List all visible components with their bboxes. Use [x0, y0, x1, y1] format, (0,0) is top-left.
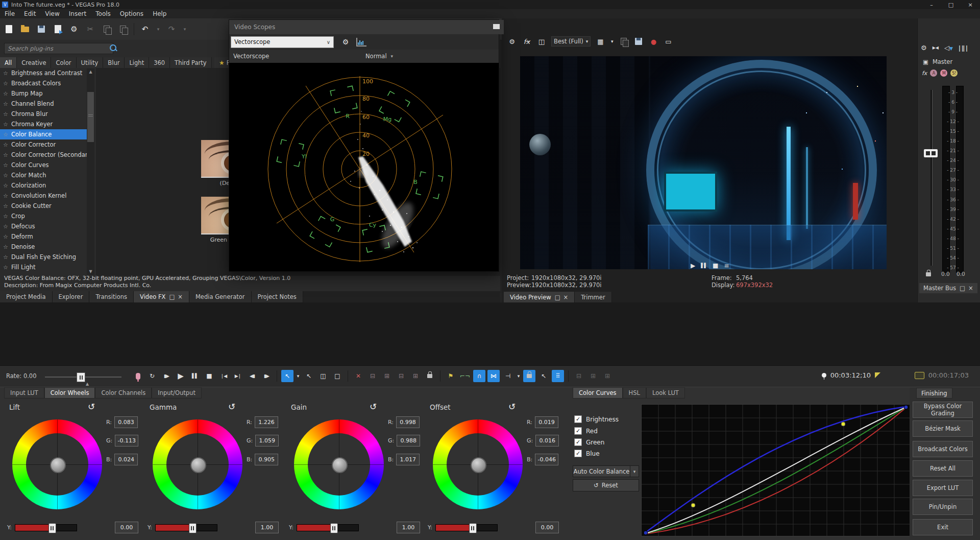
plugin-category-tab[interactable]: Creative: [17, 57, 51, 68]
ignore-grouping-icon[interactable]: ↖: [537, 370, 550, 382]
menu-item[interactable]: Insert: [64, 10, 91, 17]
copy-icon[interactable]: [101, 24, 112, 35]
external-monitor-icon[interactable]: ▭: [663, 36, 673, 46]
plugin-list-item[interactable]: ☆ Color Match: [0, 170, 96, 180]
pause-icon[interactable]: ▌▌: [189, 370, 201, 382]
color-wheel-handle[interactable]: [332, 457, 348, 473]
search-icon[interactable]: [109, 44, 117, 52]
plugin-list-item[interactable]: ☆ Channel Blend: [0, 99, 96, 109]
master-fader-handle[interactable]: [924, 149, 938, 157]
master-bus-tab[interactable]: Master Bus □×: [919, 283, 977, 293]
favorite-star-icon[interactable]: ☆: [3, 233, 8, 240]
play-from-start-icon[interactable]: ▮▶: [160, 370, 173, 382]
plugin-list-item[interactable]: ☆ Color Curves: [0, 160, 96, 170]
b-value-field[interactable]: 0.905: [255, 454, 278, 465]
plugin-list-item[interactable]: ☆ Deform: [0, 231, 96, 242]
selection-duration-value[interactable]: 00:00:17;03: [928, 371, 969, 379]
exit-button[interactable]: Exit: [913, 519, 973, 535]
preview-menu-icon[interactable]: ≡: [724, 262, 729, 269]
render-as-icon[interactable]: [52, 24, 63, 35]
save-project-icon[interactable]: [36, 24, 47, 35]
g-value-field[interactable]: 0.016: [535, 435, 559, 447]
reset-wheel-icon[interactable]: ↺: [508, 402, 516, 412]
b-value-field[interactable]: 1.017: [396, 454, 420, 465]
preview-tab[interactable]: Trimmer □×: [575, 292, 611, 303]
float-window-icon[interactable]: □: [555, 294, 560, 301]
y-value-field[interactable]: 1.00: [397, 522, 420, 533]
go-to-start-icon[interactable]: ❘◀: [217, 370, 230, 382]
split-trim-icon[interactable]: ⊟: [395, 370, 407, 382]
auto-color-balance-button[interactable]: Auto Color Balance ▾: [573, 465, 639, 477]
color-wheel-handle[interactable]: [471, 457, 486, 473]
plugin-category-tab[interactable]: Blur: [103, 57, 125, 68]
dock-tab[interactable]: Project Media □×: [0, 291, 53, 302]
curves-reset-button[interactable]: ↺ Reset: [573, 479, 639, 491]
rate-slider-handle[interactable]: [77, 372, 85, 382]
previous-frame-icon[interactable]: ◀▮: [246, 370, 258, 382]
paste-icon[interactable]: [117, 24, 129, 35]
preview-play-icon[interactable]: ▶: [691, 262, 695, 269]
y-value-field[interactable]: 0.00: [115, 522, 138, 533]
scope-type-select[interactable]: Vectorscope ∨: [231, 36, 334, 48]
reset-wheel-icon[interactable]: ↺: [228, 402, 235, 412]
y-slider[interactable]: [297, 524, 359, 531]
color-wheel-handle[interactable]: [190, 457, 206, 473]
scope-settings-gear-icon[interactable]: ⚙: [340, 36, 351, 48]
preview-settings-gear-icon[interactable]: ⚙: [507, 36, 517, 46]
redo-dropdown-icon[interactable]: ▾: [182, 24, 187, 35]
plugin-category-tab[interactable]: Utility: [77, 57, 104, 68]
menu-item[interactable]: Options: [115, 10, 148, 17]
close-window-icon[interactable]: ×: [564, 294, 569, 301]
envelope-tool-icon[interactable]: ↖: [303, 370, 315, 382]
edit-tool-dropdown-icon[interactable]: ▾: [296, 370, 301, 382]
favorite-star-icon[interactable]: ☆: [3, 203, 8, 209]
close-window-icon[interactable]: ×: [178, 293, 183, 300]
curves-tab[interactable]: HSL: [623, 387, 646, 398]
favorite-star-icon[interactable]: ☆: [3, 182, 8, 189]
dock-tab[interactable]: Explorer □×: [53, 291, 90, 302]
selection-tool-icon[interactable]: ◫: [317, 370, 329, 382]
favorite-star-icon[interactable]: ☆: [3, 244, 8, 250]
green-checkbox[interactable]: ✓: [574, 438, 582, 446]
record-icon[interactable]: [132, 370, 144, 382]
capture-icon[interactable]: ●: [648, 36, 658, 46]
plugin-list-item[interactable]: ☆ Chroma Keyer: [0, 119, 96, 129]
favorite-star-icon[interactable]: ☆: [3, 152, 8, 158]
multicam-icon[interactable]: ⠿: [552, 370, 564, 382]
curves-tab[interactable]: Color Curves: [573, 387, 623, 398]
plugin-list-item[interactable]: ☆ Chroma Blur: [0, 109, 96, 119]
insert-marker-icon[interactable]: ⚑: [445, 370, 457, 382]
cut-icon[interactable]: ✂: [85, 24, 96, 35]
master-fx-icon[interactable]: fx: [922, 70, 927, 77]
g-value-field[interactable]: 0.988: [397, 435, 420, 447]
scroll-down-icon[interactable]: ▼: [87, 269, 94, 274]
grid-overlay-icon[interactable]: ▦: [595, 36, 605, 46]
plugin-category-tab[interactable]: All: [0, 57, 17, 68]
bypass-color-grading-button[interactable]: Bypass Color Grading: [913, 402, 973, 418]
favorite-star-icon[interactable]: ☆: [3, 223, 8, 230]
y-slider[interactable]: [15, 524, 77, 531]
r-value-field[interactable]: 0.998: [396, 416, 420, 428]
ripple-edit-icon[interactable]: ⊣: [502, 370, 514, 382]
zoom-edit-tool-icon[interactable]: □: [331, 370, 344, 382]
favorite-star-icon[interactable]: ☆: [3, 172, 8, 179]
save-snapshot-icon[interactable]: [633, 36, 644, 46]
ungroup-icon[interactable]: ⊞: [587, 370, 599, 382]
preview-tab[interactable]: Video Preview □×: [504, 292, 575, 303]
dock-tab[interactable]: Project Notes □×: [252, 291, 303, 302]
brightness-checkbox[interactable]: ✓: [574, 415, 582, 423]
scroll-up-icon[interactable]: ▲: [87, 69, 94, 74]
master-solo-icon[interactable]: S!: [950, 69, 958, 77]
dock-tab[interactable]: Video FX □×: [134, 291, 189, 302]
menu-item[interactable]: View: [40, 10, 64, 17]
slip-trim-icon[interactable]: ⊞: [409, 370, 422, 382]
g-value-field[interactable]: -0.113: [115, 435, 138, 447]
b-value-field[interactable]: -0.046: [535, 454, 558, 465]
reset-wheel-icon[interactable]: ↺: [88, 402, 95, 412]
plugin-list-item[interactable]: ☆ Denoise: [0, 242, 96, 252]
plugin-list-item[interactable]: ☆ Color Corrector: [0, 139, 96, 150]
undo-icon[interactable]: ↶: [139, 24, 151, 35]
dock-tab[interactable]: Media Generator □×: [189, 291, 252, 302]
y-value-field[interactable]: 1.00: [255, 522, 279, 533]
new-project-icon[interactable]: [3, 24, 14, 35]
